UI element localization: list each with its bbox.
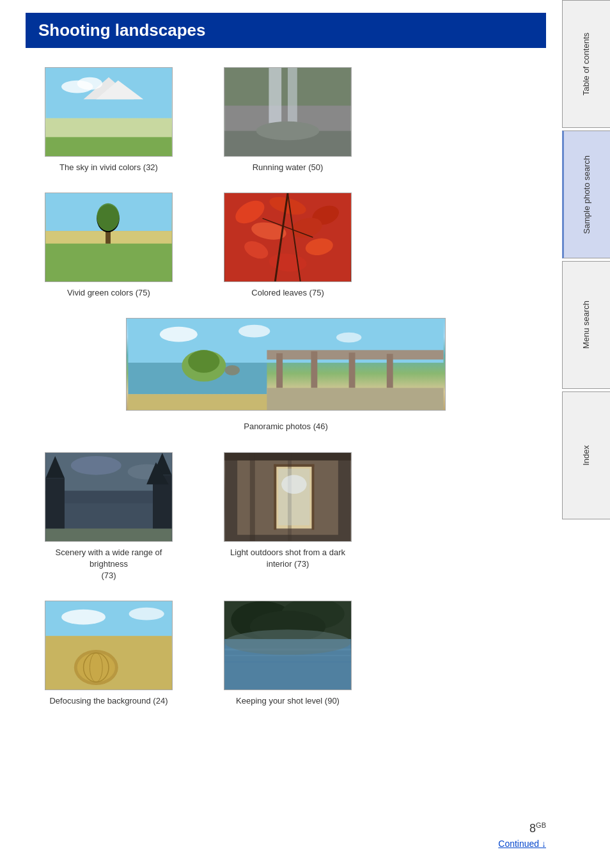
page-number: 8GB: [529, 822, 546, 835]
photo-panoramic-section: Panoramic photos (46): [38, 318, 533, 432]
main-content: Shooting landscapes The sky in vivid col…: [0, 0, 559, 752]
sidebar-tab-menu-search[interactable]: Menu search: [562, 261, 610, 389]
svg-rect-39: [267, 388, 443, 411]
svg-point-43: [160, 327, 198, 342]
svg-point-44: [239, 325, 270, 338]
svg-rect-2: [45, 137, 171, 156]
svg-point-45: [336, 333, 361, 343]
page-title: Shooting landscapes: [38, 20, 533, 40]
photo-sky: [45, 67, 173, 157]
photo-lake: [224, 601, 352, 690]
sidebar-sample-label: Sample photo search: [582, 155, 593, 234]
photo-panoramic-caption: Panoramic photos (46): [244, 421, 328, 432]
svg-point-6: [77, 77, 102, 90]
sidebar-tab-toc[interactable]: Table of contents: [562, 0, 610, 128]
photo-lake-caption: Keeping your shot level (90): [236, 695, 340, 707]
svg-point-41: [188, 351, 219, 374]
svg-rect-1: [45, 118, 171, 138]
sidebar-tab-index[interactable]: Index: [562, 391, 610, 519]
page-footer: 8GB Continued ↓: [498, 821, 546, 849]
svg-point-70: [61, 610, 106, 625]
svg-rect-62: [311, 464, 314, 530]
svg-rect-52: [45, 478, 65, 528]
svg-rect-33: [128, 395, 286, 411]
photo-item-lake: Keeping your shot level (90): [217, 601, 358, 707]
svg-rect-63: [274, 464, 314, 466]
photo-item-leaves: Colored leaves (75): [217, 193, 358, 299]
photo-row-4: Defocusing the background (24): [38, 601, 533, 707]
photo-item-field: Vivid green colors (75): [38, 193, 179, 299]
photo-sky-caption: The sky in vivid colors (32): [59, 162, 158, 173]
svg-rect-84: [224, 661, 350, 663]
sidebar-index-label: Index: [581, 445, 592, 466]
photo-scenery-caption: Scenery with a wide range of brightness(…: [38, 547, 179, 582]
continued-link[interactable]: Continued ↓: [498, 839, 546, 849]
svg-rect-61: [274, 464, 276, 530]
svg-rect-83: [224, 655, 350, 656]
svg-rect-35: [276, 354, 283, 388]
svg-point-74: [77, 653, 115, 682]
photo-panoramic: [126, 318, 446, 411]
title-bar: Shooting landscapes: [26, 13, 546, 48]
svg-rect-34: [267, 351, 443, 360]
svg-rect-15: [45, 244, 171, 281]
photo-item-hay: Defocusing the background (24): [38, 601, 179, 707]
svg-point-18: [97, 203, 119, 231]
sidebar-tab-sample-photo[interactable]: Sample photo search: [562, 130, 610, 258]
photo-interior-caption: Light outdoors shot from a dark interior…: [217, 547, 358, 570]
sidebar-toc-label: Table of contents: [581, 33, 592, 95]
photo-item-sky: The sky in vivid colors (32): [38, 67, 179, 173]
photo-hay: [45, 601, 173, 690]
svg-point-12: [256, 122, 320, 141]
photo-item-waterfall: Running water (50): [217, 67, 358, 173]
svg-rect-36: [311, 352, 317, 388]
photo-field-caption: Vivid green colors (75): [67, 287, 150, 299]
photo-item-interior: Light outdoors shot from a dark interior…: [217, 452, 358, 582]
photo-hay-caption: Defocusing the background (24): [49, 695, 168, 707]
svg-point-42: [224, 365, 240, 375]
photo-row-1: The sky in vivid colors (32) Running wat…: [38, 67, 533, 173]
photo-item-scenery: Scenery with a wide range of brightness(…: [38, 452, 179, 582]
svg-rect-38: [387, 354, 393, 388]
photo-leaves-caption: Colored leaves (75): [251, 287, 324, 299]
photo-leaves: [224, 193, 352, 282]
photo-row-3: Scenery with a wide range of brightness(…: [38, 452, 533, 582]
svg-rect-37: [349, 353, 356, 388]
photo-field: [45, 193, 173, 282]
photo-row-2: Vivid green colors (75): [38, 193, 533, 299]
svg-point-71: [129, 608, 164, 620]
photo-waterfall: [224, 67, 352, 157]
sidebar-menu-label: Menu search: [581, 301, 592, 349]
photo-interior: [224, 452, 352, 542]
svg-point-85: [224, 629, 350, 654]
svg-point-48: [71, 455, 121, 475]
photo-waterfall-caption: Running water (50): [253, 162, 324, 173]
photo-scenery: [45, 452, 173, 542]
svg-rect-51: [45, 528, 171, 541]
svg-rect-65: [250, 453, 255, 541]
svg-point-68: [281, 475, 306, 494]
sidebar: Table of contents Sample photo search Me…: [562, 0, 610, 868]
